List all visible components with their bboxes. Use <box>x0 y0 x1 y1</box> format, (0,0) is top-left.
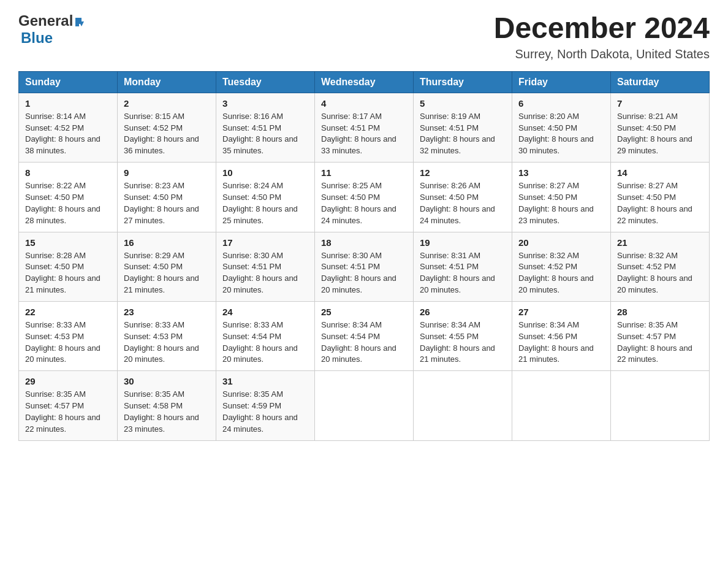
day-info: Sunrise: 8:33 AM Sunset: 4:54 PM Dayligh… <box>222 320 308 366</box>
table-row: 14 Sunrise: 8:27 AM Sunset: 4:50 PM Dayl… <box>611 163 710 232</box>
col-sunday: Sunday <box>19 71 118 93</box>
day-info: Sunrise: 8:29 AM Sunset: 4:50 PM Dayligh… <box>124 250 210 296</box>
day-number: 14 <box>617 167 703 178</box>
day-number: 16 <box>124 237 210 248</box>
calendar-week-row: 1 Sunrise: 8:14 AM Sunset: 4:52 PM Dayli… <box>19 93 710 162</box>
table-row: 26 Sunrise: 8:34 AM Sunset: 4:55 PM Dayl… <box>414 301 512 370</box>
day-number: 25 <box>321 307 407 317</box>
day-number: 1 <box>25 98 111 109</box>
logo-arrow-icon <box>73 17 84 28</box>
col-wednesday: Wednesday <box>315 71 414 93</box>
day-info: Sunrise: 8:26 AM Sunset: 4:50 PM Dayligh… <box>420 180 506 226</box>
day-info: Sunrise: 8:14 AM Sunset: 4:52 PM Dayligh… <box>25 111 111 157</box>
day-info: Sunrise: 8:35 AM Sunset: 4:59 PM Dayligh… <box>222 389 308 435</box>
day-info: Sunrise: 8:28 AM Sunset: 4:50 PM Dayligh… <box>25 250 111 296</box>
day-info: Sunrise: 8:24 AM Sunset: 4:50 PM Dayligh… <box>222 180 308 226</box>
day-number: 10 <box>222 167 308 178</box>
day-info: Sunrise: 8:20 AM Sunset: 4:50 PM Dayligh… <box>518 111 604 157</box>
month-title: December 2024 <box>494 12 710 45</box>
table-row: 29 Sunrise: 8:35 AM Sunset: 4:57 PM Dayl… <box>19 371 118 440</box>
table-row: 6 Sunrise: 8:20 AM Sunset: 4:50 PM Dayli… <box>512 93 611 162</box>
table-row: 16 Sunrise: 8:29 AM Sunset: 4:50 PM Dayl… <box>118 232 216 301</box>
day-info: Sunrise: 8:33 AM Sunset: 4:53 PM Dayligh… <box>124 320 210 366</box>
table-row <box>512 371 611 440</box>
day-number: 11 <box>321 167 407 178</box>
table-row <box>414 371 512 440</box>
col-tuesday: Tuesday <box>216 71 315 93</box>
day-info: Sunrise: 8:34 AM Sunset: 4:54 PM Dayligh… <box>321 320 407 366</box>
table-row: 19 Sunrise: 8:31 AM Sunset: 4:51 PM Dayl… <box>414 232 512 301</box>
day-info: Sunrise: 8:34 AM Sunset: 4:55 PM Dayligh… <box>420 320 506 366</box>
day-number: 24 <box>222 307 308 317</box>
day-info: Sunrise: 8:32 AM Sunset: 4:52 PM Dayligh… <box>518 250 604 296</box>
day-info: Sunrise: 8:33 AM Sunset: 4:53 PM Dayligh… <box>25 320 111 366</box>
day-info: Sunrise: 8:34 AM Sunset: 4:56 PM Dayligh… <box>518 320 604 366</box>
day-number: 29 <box>25 376 111 386</box>
table-row: 1 Sunrise: 8:14 AM Sunset: 4:52 PM Dayli… <box>19 93 118 162</box>
day-info: Sunrise: 8:19 AM Sunset: 4:51 PM Dayligh… <box>420 111 506 157</box>
table-row <box>611 371 710 440</box>
table-row: 5 Sunrise: 8:19 AM Sunset: 4:51 PM Dayli… <box>414 93 512 162</box>
table-row: 24 Sunrise: 8:33 AM Sunset: 4:54 PM Dayl… <box>216 301 315 370</box>
table-row: 9 Sunrise: 8:23 AM Sunset: 4:50 PM Dayli… <box>118 163 216 232</box>
table-row: 13 Sunrise: 8:27 AM Sunset: 4:50 PM Dayl… <box>512 163 611 232</box>
table-row: 21 Sunrise: 8:32 AM Sunset: 4:52 PM Dayl… <box>611 232 710 301</box>
col-monday: Monday <box>118 71 216 93</box>
table-row: 4 Sunrise: 8:17 AM Sunset: 4:51 PM Dayli… <box>315 93 414 162</box>
day-number: 5 <box>420 98 506 109</box>
logo-blue-text: Blue <box>21 29 53 46</box>
day-number: 8 <box>25 167 111 178</box>
table-row: 17 Sunrise: 8:30 AM Sunset: 4:51 PM Dayl… <box>216 232 315 301</box>
day-info: Sunrise: 8:25 AM Sunset: 4:50 PM Dayligh… <box>321 180 407 226</box>
calendar-week-row: 22 Sunrise: 8:33 AM Sunset: 4:53 PM Dayl… <box>19 301 710 370</box>
day-info: Sunrise: 8:35 AM Sunset: 4:57 PM Dayligh… <box>617 320 703 366</box>
table-row: 3 Sunrise: 8:16 AM Sunset: 4:51 PM Dayli… <box>216 93 315 162</box>
title-block: December 2024 Surrey, North Dakota, Unit… <box>494 12 710 61</box>
table-row: 30 Sunrise: 8:35 AM Sunset: 4:58 PM Dayl… <box>118 371 216 440</box>
day-number: 28 <box>617 307 703 317</box>
table-row: 18 Sunrise: 8:30 AM Sunset: 4:51 PM Dayl… <box>315 232 414 301</box>
day-number: 15 <box>25 237 111 248</box>
calendar-table: Sunday Monday Tuesday Wednesday Thursday… <box>18 71 710 441</box>
day-info: Sunrise: 8:27 AM Sunset: 4:50 PM Dayligh… <box>617 180 703 226</box>
day-number: 6 <box>518 98 604 109</box>
table-row <box>315 371 414 440</box>
day-number: 31 <box>222 376 308 386</box>
day-number: 13 <box>518 167 604 178</box>
day-number: 19 <box>420 237 506 248</box>
table-row: 28 Sunrise: 8:35 AM Sunset: 4:57 PM Dayl… <box>611 301 710 370</box>
table-row: 27 Sunrise: 8:34 AM Sunset: 4:56 PM Dayl… <box>512 301 611 370</box>
col-saturday: Saturday <box>611 71 710 93</box>
day-number: 27 <box>518 307 604 317</box>
table-row: 20 Sunrise: 8:32 AM Sunset: 4:52 PM Dayl… <box>512 232 611 301</box>
day-info: Sunrise: 8:15 AM Sunset: 4:52 PM Dayligh… <box>124 111 210 157</box>
day-number: 18 <box>321 237 407 248</box>
logo: General Blue <box>18 12 84 47</box>
day-info: Sunrise: 8:27 AM Sunset: 4:50 PM Dayligh… <box>518 180 604 226</box>
day-number: 3 <box>222 98 308 109</box>
table-row: 22 Sunrise: 8:33 AM Sunset: 4:53 PM Dayl… <box>19 301 118 370</box>
day-info: Sunrise: 8:31 AM Sunset: 4:51 PM Dayligh… <box>420 250 506 296</box>
day-number: 17 <box>222 237 308 248</box>
day-info: Sunrise: 8:35 AM Sunset: 4:58 PM Dayligh… <box>124 389 210 435</box>
table-row: 12 Sunrise: 8:26 AM Sunset: 4:50 PM Dayl… <box>414 163 512 232</box>
logo-general-line: General <box>18 12 84 29</box>
day-info: Sunrise: 8:35 AM Sunset: 4:57 PM Dayligh… <box>25 389 111 435</box>
day-info: Sunrise: 8:16 AM Sunset: 4:51 PM Dayligh… <box>222 111 308 157</box>
table-row: 2 Sunrise: 8:15 AM Sunset: 4:52 PM Dayli… <box>118 93 216 162</box>
calendar-header-row: Sunday Monday Tuesday Wednesday Thursday… <box>19 71 710 93</box>
day-info: Sunrise: 8:30 AM Sunset: 4:51 PM Dayligh… <box>222 250 308 296</box>
day-number: 22 <box>25 307 111 317</box>
day-info: Sunrise: 8:32 AM Sunset: 4:52 PM Dayligh… <box>617 250 703 296</box>
calendar-week-row: 29 Sunrise: 8:35 AM Sunset: 4:57 PM Dayl… <box>19 371 710 440</box>
page-header: General Blue December 2024 Surrey, North… <box>18 12 710 61</box>
day-number: 7 <box>617 98 703 109</box>
day-number: 4 <box>321 98 407 109</box>
calendar-week-row: 8 Sunrise: 8:22 AM Sunset: 4:50 PM Dayli… <box>19 163 710 232</box>
day-info: Sunrise: 8:22 AM Sunset: 4:50 PM Dayligh… <box>25 180 111 226</box>
day-info: Sunrise: 8:30 AM Sunset: 4:51 PM Dayligh… <box>321 250 407 296</box>
calendar-week-row: 15 Sunrise: 8:28 AM Sunset: 4:50 PM Dayl… <box>19 232 710 301</box>
table-row: 8 Sunrise: 8:22 AM Sunset: 4:50 PM Dayli… <box>19 163 118 232</box>
table-row: 25 Sunrise: 8:34 AM Sunset: 4:54 PM Dayl… <box>315 301 414 370</box>
day-number: 20 <box>518 237 604 248</box>
